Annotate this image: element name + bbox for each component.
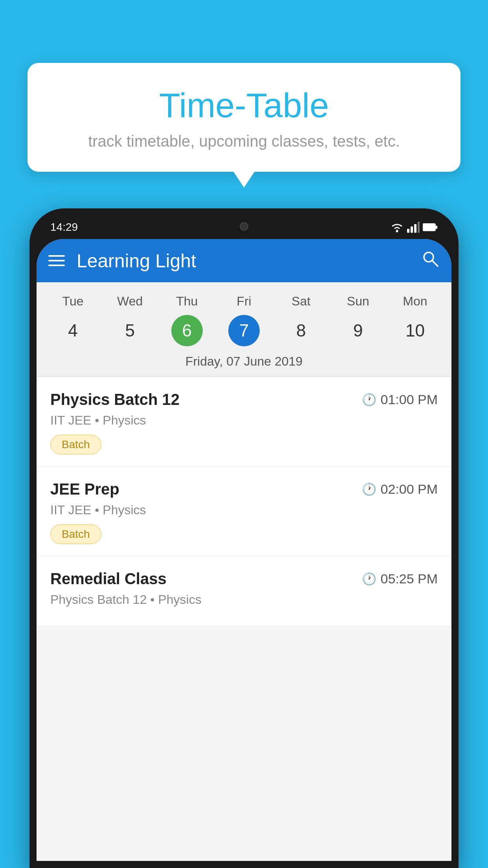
tooltip-subtitle: track timetable, upcoming classes, tests… <box>47 132 441 150</box>
clock-icon: 🕐 <box>362 393 376 406</box>
class-time: 🕐05:25 PM <box>362 571 438 587</box>
wifi-icon <box>390 222 404 233</box>
batch-badge: Batch <box>50 435 101 454</box>
day-number: 5 <box>114 315 146 346</box>
svg-rect-3 <box>414 224 416 233</box>
day-item-9[interactable]: Sun9 <box>334 294 382 346</box>
day-number: 6 <box>171 315 203 346</box>
class-item-2[interactable]: Remedial Class🕐05:25 PMPhysics Batch 12 … <box>37 556 451 626</box>
day-number: 8 <box>285 315 317 346</box>
class-list: Physics Batch 12🕐01:00 PMIIT JEE • Physi… <box>37 377 451 626</box>
class-item-0[interactable]: Physics Batch 12🕐01:00 PMIIT JEE • Physi… <box>37 377 451 467</box>
menu-line-1 <box>48 255 65 257</box>
class-time: 🕐02:00 PM <box>362 482 438 497</box>
menu-button[interactable] <box>48 255 65 266</box>
menu-line-2 <box>48 260 65 261</box>
selected-date-label: Friday, 07 June 2019 <box>37 350 451 377</box>
time-value: 01:00 PM <box>380 392 438 407</box>
svg-point-0 <box>396 230 398 232</box>
day-item-5[interactable]: Wed5 <box>106 294 154 346</box>
phone-mockup: 14:29 <box>29 208 459 868</box>
class-name: Physics Batch 12 <box>50 391 180 408</box>
app-title: Learning Light <box>77 250 421 272</box>
batch-badge: Batch <box>50 524 101 544</box>
time-value: 02:00 PM <box>380 482 438 497</box>
class-item-header: JEE Prep🕐02:00 PM <box>50 480 438 498</box>
camera-dot <box>240 222 248 231</box>
calendar-strip: Tue4Wed5Thu6Fri7Sat8Sun9Mon10 Friday, 07… <box>37 282 451 377</box>
day-name: Thu <box>176 294 198 309</box>
day-number: 10 <box>399 315 431 346</box>
app-bar: Learning Light <box>37 239 451 282</box>
svg-point-7 <box>424 252 433 262</box>
day-name: Wed <box>117 294 143 309</box>
day-number: 9 <box>342 315 374 346</box>
class-subtitle: IIT JEE • Physics <box>50 503 438 517</box>
day-name: Sat <box>292 294 310 309</box>
svg-line-8 <box>433 261 438 266</box>
svg-rect-1 <box>407 229 409 233</box>
day-number: 4 <box>57 315 89 346</box>
class-item-header: Remedial Class🕐05:25 PM <box>50 570 438 588</box>
day-name: Fri <box>237 294 251 309</box>
tooltip-card: Time-Table track timetable, upcoming cla… <box>28 63 460 172</box>
svg-rect-6 <box>436 226 437 229</box>
battery-icon <box>423 223 438 232</box>
status-icons <box>390 222 438 233</box>
svg-rect-4 <box>418 222 420 233</box>
day-name: Tue <box>62 294 84 309</box>
day-name: Sun <box>347 294 369 309</box>
day-item-4[interactable]: Tue4 <box>50 294 97 346</box>
search-button[interactable] <box>421 249 440 272</box>
svg-rect-2 <box>411 226 413 233</box>
time-value: 05:25 PM <box>380 571 438 587</box>
status-bar: 14:29 <box>37 215 451 239</box>
menu-line-3 <box>48 265 65 266</box>
clock-icon: 🕐 <box>362 572 376 586</box>
phone-screen: Learning Light Tue4Wed5Thu6Fri7Sat8Sun9M… <box>37 239 451 861</box>
day-item-8[interactable]: Sat8 <box>277 294 325 346</box>
day-item-7[interactable]: Fri7 <box>220 294 268 346</box>
day-name: Mon <box>403 294 427 309</box>
class-time: 🕐01:00 PM <box>362 392 438 407</box>
day-item-10[interactable]: Mon10 <box>391 294 438 346</box>
class-name: Remedial Class <box>50 570 167 588</box>
day-number: 7 <box>228 315 260 346</box>
status-time: 14:29 <box>50 221 78 234</box>
clock-icon: 🕐 <box>362 482 376 496</box>
phone-notch <box>220 215 268 237</box>
svg-rect-5 <box>423 224 435 231</box>
class-item-1[interactable]: JEE Prep🕐02:00 PMIIT JEE • PhysicsBatch <box>37 467 451 556</box>
day-item-6[interactable]: Thu6 <box>163 294 211 346</box>
class-subtitle: IIT JEE • Physics <box>50 413 438 428</box>
days-row: Tue4Wed5Thu6Fri7Sat8Sun9Mon10 <box>37 290 451 350</box>
tooltip-title: Time-Table <box>47 86 441 125</box>
class-subtitle: Physics Batch 12 • Physics <box>50 592 438 607</box>
class-item-header: Physics Batch 12🕐01:00 PM <box>50 391 438 408</box>
class-name: JEE Prep <box>50 480 119 498</box>
signal-icon <box>407 222 420 233</box>
